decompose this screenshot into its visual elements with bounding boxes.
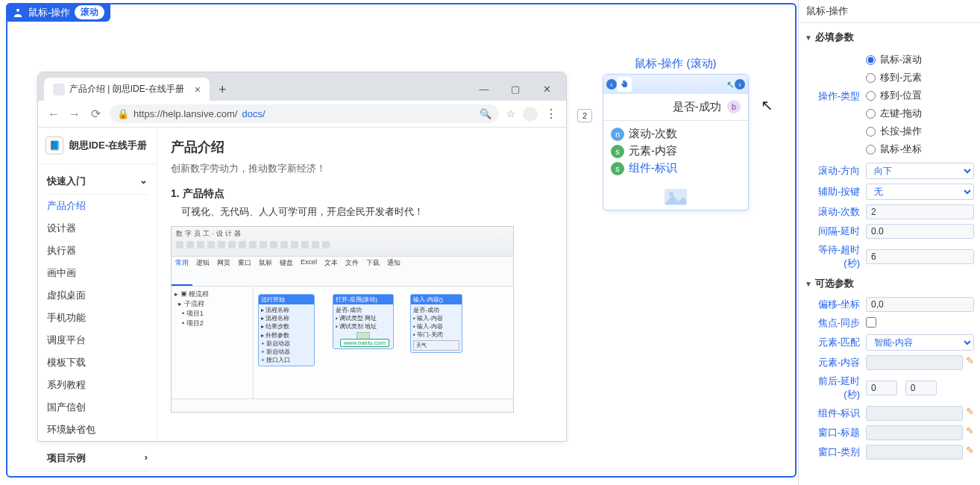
comp-id-input[interactable] xyxy=(866,406,963,421)
nav-item[interactable]: 调度平台 xyxy=(47,329,148,351)
back-icon[interactable]: ← xyxy=(47,107,60,121)
nav-group-header[interactable]: 快速入门⌄ xyxy=(47,172,148,195)
flow-node-title: 鼠标-操作 (滚动) xyxy=(603,57,749,71)
close-icon[interactable]: ✕ xyxy=(541,84,553,95)
offset-input[interactable] xyxy=(866,297,974,312)
op-type-radio[interactable]: 移到-元素 xyxy=(866,69,974,87)
input-label: 元素-内容 xyxy=(629,144,677,158)
url-host: https://help.lansive.com/ xyxy=(134,108,237,119)
edit-icon[interactable]: ✎ xyxy=(966,425,974,440)
lock-icon: 🔒 xyxy=(117,108,129,119)
op-type-label: 操作-类型 xyxy=(805,90,866,103)
result-badge: b xyxy=(727,100,741,113)
node-tag: 滚动 xyxy=(75,5,104,19)
op-type-radio[interactable]: 移到-位置 xyxy=(866,87,974,104)
new-tab-button[interactable]: + xyxy=(210,79,236,101)
edit-icon[interactable]: ✎ xyxy=(966,355,974,370)
el-content-input[interactable] xyxy=(866,355,963,370)
site-logo-icon: 📘 xyxy=(45,137,63,154)
delay-before-input[interactable] xyxy=(866,381,897,395)
win-title-input[interactable] xyxy=(866,425,963,440)
browser-tabbar: 产品介绍 | 朗思IDE-在线手册 × + — ▢ ✕ xyxy=(38,72,566,101)
scroll-dir-select[interactable]: 向下 xyxy=(866,163,974,179)
section-required[interactable]: ▼必填参数 xyxy=(805,26,974,48)
input-label: 滚动-次数 xyxy=(629,127,677,141)
menu-icon[interactable]: ⋮ xyxy=(545,107,557,121)
input-label: 组件-标识 xyxy=(629,161,677,175)
nav-item[interactable]: 手机功能 xyxy=(47,307,148,329)
reload-icon[interactable]: ⟳ xyxy=(89,107,102,121)
edit-icon[interactable]: ✎ xyxy=(966,445,974,460)
favicon-icon xyxy=(53,84,65,96)
profile-icon[interactable] xyxy=(523,107,538,122)
op-type-radio[interactable]: 左键-拖动 xyxy=(866,104,974,122)
flow-node[interactable]: 鼠标-操作 (滚动) ‹ ↖ › 是否-成功 b n滚动-次数s元素-内容s组件… xyxy=(603,57,749,210)
nav-group-header-2[interactable]: 项目示例› xyxy=(47,448,148,472)
op-type-radio[interactable]: 鼠标-坐标 xyxy=(866,140,974,158)
nav-item[interactable]: 执行器 xyxy=(47,240,148,262)
design-canvas[interactable]: 鼠标-操作 滚动 产品介绍 | 朗思IDE-在线手册 × + — ▢ ✕ ← →… xyxy=(6,3,797,478)
chevron-down-icon: ⌄ xyxy=(139,175,148,188)
page-title: 产品介绍 xyxy=(171,138,553,156)
flow-result: 是否-成功 b xyxy=(603,94,748,121)
screenshot-image: 数字员工·设计器 常用逻辑网页窗口鼠标键盘Excel文本文件下载通知 ▸ ▣ 根… xyxy=(171,226,514,413)
type-badge: n xyxy=(611,128,624,141)
triangle-down-icon: ▼ xyxy=(805,280,812,288)
timeout-input[interactable] xyxy=(866,249,974,264)
site-title: 📘 朗思IDE-在线手册 xyxy=(38,128,157,164)
node-title: 鼠标-操作 xyxy=(28,6,70,19)
tab-title: 产品介绍 | 朗思IDE-在线手册 xyxy=(69,83,184,96)
docs-sidebar: 📘 朗思IDE-在线手册 快速入门⌄ 产品介绍设计器执行器画中画虚拟桌面手机功能… xyxy=(38,128,157,442)
nav-item[interactable]: 环境缺省包 xyxy=(47,419,148,441)
tab-close-icon[interactable]: × xyxy=(195,84,201,96)
forward-icon[interactable]: → xyxy=(68,107,81,121)
url-field[interactable]: 🔒 https://help.lansive.com/docs/ 🔍 xyxy=(110,104,499,123)
flow-input-row[interactable]: s组件-标识 xyxy=(611,160,741,177)
window-controls: — ▢ ✕ xyxy=(465,78,566,101)
star-icon[interactable]: ☆ xyxy=(506,108,515,119)
match-select[interactable]: 智能-内容 xyxy=(866,334,974,351)
aux-key-select[interactable]: 无 xyxy=(866,184,974,200)
url-path: docs/ xyxy=(242,108,265,119)
mouse-cursor-icon: ↖ xyxy=(761,96,773,114)
win-class-input[interactable] xyxy=(866,445,963,460)
nav-item[interactable]: 虚拟桌面 xyxy=(47,284,148,307)
flow-node-header: ‹ ↖ › xyxy=(603,75,748,94)
maximize-icon[interactable]: ▢ xyxy=(509,84,521,95)
person-icon xyxy=(12,7,24,19)
hand-icon xyxy=(617,77,632,92)
page-subtitle: 创新数字劳动力，推动数字新经济！ xyxy=(171,162,553,175)
nav-item[interactable]: 系列教程 xyxy=(47,374,148,396)
nav-item[interactable]: 产品介绍 xyxy=(47,195,148,217)
section-title: 1. 产品特点 xyxy=(171,187,553,201)
scroll-count-input[interactable] xyxy=(866,204,974,219)
focus-checkbox[interactable] xyxy=(866,317,876,328)
op-type-radio[interactable]: 长按-操作 xyxy=(866,122,974,140)
section-desc: 可视化、无代码、人人可学可用，开启全民开发者时代！ xyxy=(181,205,553,219)
op-type-radio[interactable]: 鼠标-滚动 xyxy=(866,51,974,69)
chevron-left-icon[interactable]: ‹ xyxy=(606,79,617,90)
triangle-down-icon: ▼ xyxy=(805,34,812,42)
nav-item[interactable]: 画中画 xyxy=(47,262,148,284)
port-count: 2 xyxy=(577,109,592,122)
image-placeholder-icon xyxy=(603,184,748,210)
chevron-right-icon[interactable]: › xyxy=(735,79,745,90)
flow-input-row[interactable]: s元素-内容 xyxy=(611,143,741,160)
address-bar: ← → ⟳ 🔒 https://help.lansive.com/docs/ 🔍… xyxy=(38,101,566,128)
minimize-icon[interactable]: — xyxy=(478,84,490,95)
edit-icon[interactable]: ✎ xyxy=(966,406,974,421)
type-badge: s xyxy=(611,162,624,175)
node-header: 鼠标-操作 滚动 xyxy=(6,3,110,22)
interval-input[interactable] xyxy=(866,224,974,239)
flow-input-row[interactable]: n滚动-次数 xyxy=(611,125,741,143)
section-optional[interactable]: ▼可选参数 xyxy=(805,272,974,295)
delay-after-input[interactable] xyxy=(905,381,937,395)
properties-panel: 鼠标-操作 ▼必填参数 操作-类型 鼠标-滚动 移到-元素 移到-位置 左键-拖… xyxy=(798,0,980,485)
nav-item[interactable]: 模板下载 xyxy=(47,351,148,374)
svg-point-0 xyxy=(16,8,19,11)
nav-item[interactable]: 设计器 xyxy=(47,217,148,240)
search-in-url-icon[interactable]: 🔍 xyxy=(480,108,491,119)
browser-tab[interactable]: 产品介绍 | 朗思IDE-在线手册 × xyxy=(44,78,210,101)
nav-item[interactable]: 国产信创 xyxy=(47,396,148,419)
type-badge: s xyxy=(611,145,624,158)
